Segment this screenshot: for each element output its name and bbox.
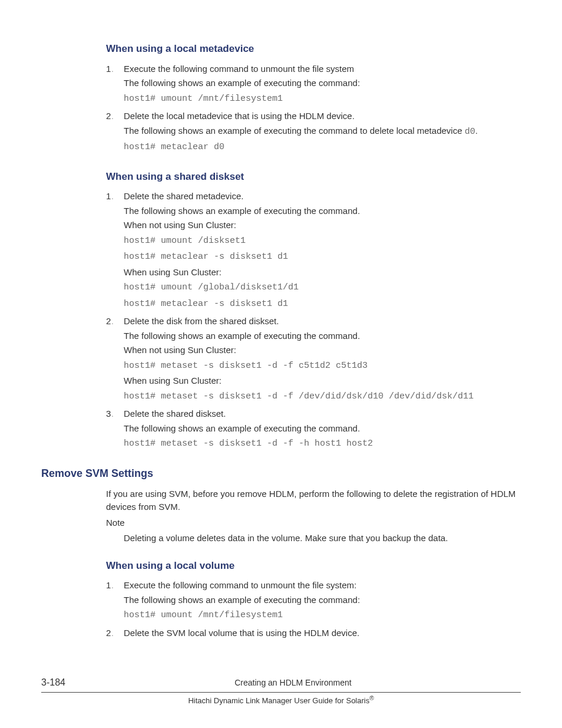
text: Delete the SVM local volume that is usin…: [124, 627, 521, 640]
list-item: 3 Delete the shared diskset. The followi…: [106, 407, 521, 453]
command: host1# umount /global/diskset1/d1: [124, 280, 521, 295]
command: host1# metaset -s diskset1 -d -f /dev/di…: [124, 389, 521, 404]
command: host1# umount /mnt/filesystem1: [124, 91, 521, 107]
step-number: 1: [106, 579, 124, 624]
command: host1# metaset -s diskset1 -d -f c5t1d2 …: [124, 358, 521, 374]
text: The following shows an example of execut…: [124, 594, 521, 607]
step-number: 1: [106, 190, 124, 312]
heading-local-volume: When using a local volume: [106, 558, 521, 574]
main-content: When using a local metadevice 1 Execute …: [106, 41, 521, 641]
step-body: Execute the following command to unmount…: [124, 579, 521, 624]
text: Execute the following command to unmount…: [124, 579, 521, 592]
text: Delete the shared metadevice.: [124, 190, 521, 203]
heading-local-metadevice: When using a local metadevice: [106, 41, 521, 57]
chapter-title: Creating an HDLM Environment: [65, 677, 521, 689]
step-body: Delete the SVM local volume that is usin…: [124, 627, 521, 641]
step-number: 2: [106, 315, 124, 405]
text: Delete the shared diskset.: [124, 407, 521, 421]
list-item: 2 Delete the SVM local volume that is us…: [106, 627, 521, 641]
text: Delete the disk from the shared diskset.: [124, 315, 521, 328]
step-number: 2: [106, 627, 124, 641]
note-label: Note: [106, 516, 521, 530]
text: The following shows an example of execut…: [124, 205, 521, 218]
text: The following shows an example of execut…: [124, 124, 521, 139]
list-local-metadevice: 1 Execute the following command to unmou…: [106, 62, 521, 156]
guide-title: Hitachi Dynamic Link Manager User Guide …: [41, 694, 521, 707]
step-body: Delete the shared metadevice. The follow…: [124, 190, 521, 312]
text: The following shows an example of execut…: [124, 330, 521, 343]
heading-shared-diskset: When using a shared diskset: [106, 169, 521, 185]
text: Delete the local metadevice that is usin…: [124, 110, 521, 123]
paragraph: If you are using SVM, before you remove …: [106, 487, 521, 514]
text: The following shows an example of execut…: [124, 77, 521, 90]
list-item: 2 Delete the disk from the shared diskse…: [106, 315, 521, 405]
list-item: 1 Execute the following command to unmou…: [106, 62, 521, 108]
heading-remove-svm: Remove SVM Settings: [41, 466, 521, 482]
command: host1# metaclear -s diskset1 d1: [124, 249, 521, 265]
list-item: 1 Delete the shared metadevice. The foll…: [106, 190, 521, 312]
list-item: 1 Execute the following command to unmou…: [106, 579, 521, 624]
text: When not using Sun Cluster:: [124, 219, 521, 232]
command: host1# umount /diskset1: [124, 233, 521, 249]
step-body: Delete the disk from the shared diskset.…: [124, 315, 521, 405]
text: When using Sun Cluster:: [124, 266, 521, 279]
page-number: 3-184: [41, 676, 65, 690]
command: host1# umount /mnt/filesystem1: [124, 608, 521, 623]
step-body: Execute the following command to unmount…: [124, 62, 521, 108]
text: When not using Sun Cluster:: [124, 344, 521, 357]
step-number: 2: [106, 110, 124, 156]
footer-divider: [41, 692, 521, 693]
footer-top-row: 3-184 Creating an HDLM Environment: [41, 676, 521, 690]
step-number: 3: [106, 407, 124, 453]
text: The following shows an example of execut…: [124, 422, 521, 436]
document-page: When using a local metadevice 1 Execute …: [0, 0, 562, 728]
text: Execute the following command to unmount…: [124, 62, 521, 76]
list-local-volume: 1 Execute the following command to unmou…: [106, 579, 521, 641]
command: host1# metaclear -s diskset1 d1: [124, 297, 521, 312]
note-body: Deleting a volume deletes data in the vo…: [124, 532, 521, 545]
command: host1# metaset -s diskset1 -d -f -h host…: [124, 436, 521, 452]
list-item: 2 Delete the local metadevice that is us…: [106, 110, 521, 156]
text: When using Sun Cluster:: [124, 374, 521, 388]
step-number: 1: [106, 62, 124, 108]
list-shared-diskset: 1 Delete the shared metadevice. The foll…: [106, 190, 521, 453]
step-body: Delete the shared diskset. The following…: [124, 407, 521, 453]
page-footer: 3-184 Creating an HDLM Environment Hitac…: [41, 676, 521, 707]
command: host1# metaclear d0: [124, 140, 521, 155]
step-body: Delete the local metadevice that is usin…: [124, 110, 521, 156]
